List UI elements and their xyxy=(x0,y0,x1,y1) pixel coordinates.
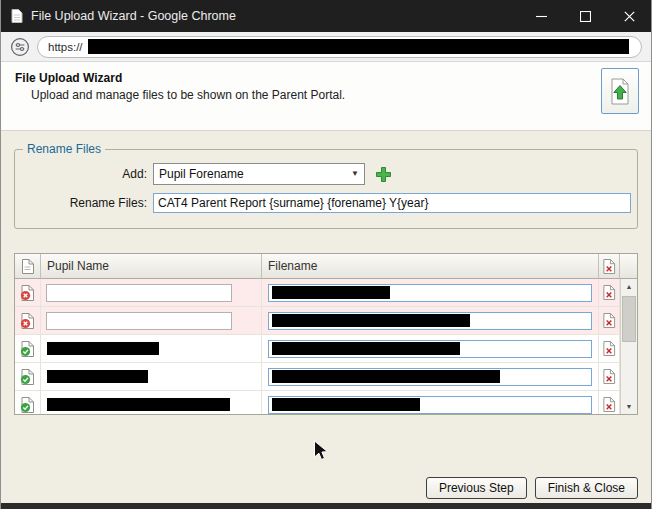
previous-step-button[interactable]: Previous Step xyxy=(426,477,527,499)
delete-file-icon xyxy=(602,341,616,356)
row-delete-cell[interactable] xyxy=(599,335,620,363)
pupil-name-input[interactable] xyxy=(46,312,232,330)
delete-file-icon xyxy=(602,259,616,274)
pupil-name-redacted xyxy=(47,342,159,355)
pupil-name-column-header[interactable]: Pupil Name xyxy=(41,254,262,279)
wizard-content: Rename Files Add: Pupil Forename ▼ Renam… xyxy=(1,131,651,503)
row-delete-cell[interactable] xyxy=(599,391,620,414)
pupil-name-cell xyxy=(41,307,262,335)
row-delete-cell[interactable] xyxy=(599,363,620,391)
chevron-down-icon[interactable]: ▼ xyxy=(346,164,364,184)
filename-input[interactable] xyxy=(268,312,592,330)
delete-file-icon xyxy=(602,285,616,300)
vertical-scrollbar[interactable]: ▲ ▼ xyxy=(620,279,637,414)
url-protocol: https:// xyxy=(48,41,83,53)
table-body xyxy=(15,279,620,414)
minimize-icon[interactable] xyxy=(519,0,563,32)
file-table: Pupil Name Filename ▲ ▼ xyxy=(14,253,638,415)
row-delete-cell[interactable] xyxy=(599,279,620,307)
filename-input[interactable] xyxy=(268,340,592,358)
filename-cell xyxy=(262,279,599,307)
row-status-cell xyxy=(15,279,41,307)
filename-redacted xyxy=(272,398,420,411)
scroll-down-icon[interactable]: ▼ xyxy=(621,399,637,414)
delete-file-icon xyxy=(602,397,616,412)
filename-input[interactable] xyxy=(268,396,592,414)
filename-redacted xyxy=(272,370,500,383)
window-titlebar[interactable]: File Upload Wizard - Google Chrome xyxy=(1,0,651,32)
scrollbar-thumb[interactable] xyxy=(622,296,636,342)
filename-column-header[interactable]: Filename xyxy=(262,254,599,279)
url-redacted xyxy=(88,39,629,54)
filename-redacted xyxy=(272,286,390,299)
upload-file-button[interactable] xyxy=(601,68,639,114)
status-column-header xyxy=(15,254,41,279)
url-field[interactable]: https:// xyxy=(37,36,642,58)
window-title: File Upload Wizard - Google Chrome xyxy=(31,9,519,23)
close-icon[interactable] xyxy=(607,0,651,32)
add-field-dropdown[interactable]: Pupil Forename ▼ xyxy=(153,163,365,185)
rename-pattern-input[interactable]: CAT4 Parent Report {surname} {forename} … xyxy=(153,193,631,213)
rename-files-group: Rename Files Add: Pupil Forename ▼ Renam… xyxy=(14,149,638,229)
delete-file-icon xyxy=(602,313,616,328)
address-bar: https:// xyxy=(1,32,651,62)
file-table-header: Pupil Name Filename xyxy=(15,254,637,279)
filename-redacted xyxy=(272,314,470,327)
pupil-name-redacted xyxy=(47,398,230,411)
pupil-name-input[interactable] xyxy=(46,284,232,302)
table-row[interactable] xyxy=(15,363,620,391)
footer-buttons: Previous Step Finish & Close xyxy=(426,477,638,499)
file-upload-wizard-window: File Upload Wizard - Google Chrome https… xyxy=(0,0,652,509)
document-x-icon xyxy=(20,313,35,329)
delete-file-icon xyxy=(602,369,616,384)
row-status-cell xyxy=(15,307,41,335)
pupil-name-cell xyxy=(41,363,262,391)
pupil-name-cell xyxy=(41,391,262,414)
pupil-name-redacted xyxy=(47,370,148,383)
scroll-up-icon[interactable]: ▲ xyxy=(621,279,637,294)
page-header: File Upload Wizard Upload and manage fil… xyxy=(1,62,651,131)
page-title: File Upload Wizard xyxy=(15,71,122,85)
filename-redacted xyxy=(272,342,460,355)
document-check-icon xyxy=(20,341,35,357)
add-field-selected: Pupil Forename xyxy=(159,167,244,181)
rename-files-label: Rename Files: xyxy=(15,196,147,210)
row-status-cell xyxy=(15,363,41,391)
scrollbar-column-header xyxy=(620,254,637,279)
delete-all-column-header[interactable] xyxy=(599,254,620,279)
window-document-icon xyxy=(11,9,23,23)
filename-cell xyxy=(262,335,599,363)
table-row[interactable] xyxy=(15,307,620,335)
table-row[interactable] xyxy=(15,335,620,363)
finish-close-button[interactable]: Finish & Close xyxy=(535,477,638,499)
pupil-name-cell xyxy=(41,335,262,363)
row-delete-cell[interactable] xyxy=(599,307,620,335)
filename-cell xyxy=(262,307,599,335)
window-controls xyxy=(519,0,651,32)
filename-input[interactable] xyxy=(268,284,592,302)
maximize-icon[interactable] xyxy=(563,0,607,32)
upload-file-icon xyxy=(608,78,632,105)
document-x-icon xyxy=(20,285,35,301)
tune-icon[interactable] xyxy=(10,37,30,57)
table-row[interactable] xyxy=(15,279,620,307)
document-check-icon xyxy=(20,397,35,413)
table-row[interactable] xyxy=(15,391,620,414)
pupil-name-cell xyxy=(41,279,262,307)
row-status-cell xyxy=(15,335,41,363)
filename-input[interactable] xyxy=(268,368,592,386)
window-bottom-frame xyxy=(1,503,651,509)
plus-icon[interactable] xyxy=(375,166,392,183)
document-check-icon xyxy=(20,369,35,385)
document-icon xyxy=(21,259,34,274)
rename-files-legend: Rename Files xyxy=(23,142,105,156)
filename-cell xyxy=(262,391,599,414)
add-label: Add: xyxy=(15,167,147,181)
filename-cell xyxy=(262,363,599,391)
row-status-cell xyxy=(15,391,41,414)
page-subtitle: Upload and manage files to be shown on t… xyxy=(31,88,345,102)
